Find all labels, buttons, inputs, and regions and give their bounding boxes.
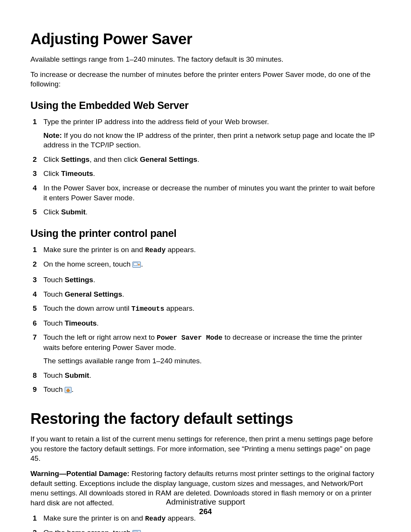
list-item: In the Power Saver box, increase or decr… <box>30 183 381 203</box>
svg-rect-1 <box>134 263 137 265</box>
svg-point-2 <box>138 264 140 265</box>
list-item: On the home screen, touch . <box>30 528 381 532</box>
page-footer: Administrative support 264 <box>0 497 411 516</box>
page: Adjusting Power Saver Available settings… <box>0 0 411 532</box>
menu-icon <box>132 529 141 532</box>
heading-printer-control-panel: Using the printer control panel <box>30 228 381 240</box>
list-item: Click Submit. <box>30 207 381 217</box>
list-item: Touch General Settings. <box>30 289 381 299</box>
list-item: Type the printer IP address into the add… <box>30 117 381 150</box>
list-item: Touch Submit. <box>30 371 381 380</box>
paragraph: To increase or decrease the number of mi… <box>30 70 381 89</box>
list-item: On the home screen, touch . <box>30 259 381 270</box>
list-item: Touch Settings. <box>30 275 381 285</box>
list-item: Touch the down arrow until Timeouts appe… <box>30 304 381 313</box>
footer-label: Administrative support <box>0 497 411 506</box>
home-icon <box>65 386 72 396</box>
list-item: Touch . <box>30 385 381 396</box>
paragraph: Available settings range from 1–240 minu… <box>30 54 381 64</box>
heading-adjusting-power-saver: Adjusting Power Saver <box>30 30 381 48</box>
menu-icon <box>132 260 141 270</box>
list-item: Click Timeouts. <box>30 169 381 179</box>
list-item: Make sure the printer is on and Ready ap… <box>30 245 381 255</box>
paragraph: If you want to retain a list of the curr… <box>30 434 381 463</box>
ordered-list: Type the printer IP address into the add… <box>30 117 381 217</box>
list-item: Touch Timeouts. <box>30 318 381 328</box>
ordered-list: Make sure the printer is on and Ready ap… <box>30 245 381 396</box>
page-number: 264 <box>199 507 212 516</box>
note: Note: If you do not know the IP address … <box>43 131 381 150</box>
heading-restoring-factory-defaults: Restoring the factory default settings <box>30 410 381 427</box>
list-item: Click Settings, and then click General S… <box>30 155 381 165</box>
list-item: Touch the left or right arrow next to Po… <box>30 332 381 366</box>
heading-embedded-web-server: Using the Embedded Web Server <box>30 100 381 112</box>
